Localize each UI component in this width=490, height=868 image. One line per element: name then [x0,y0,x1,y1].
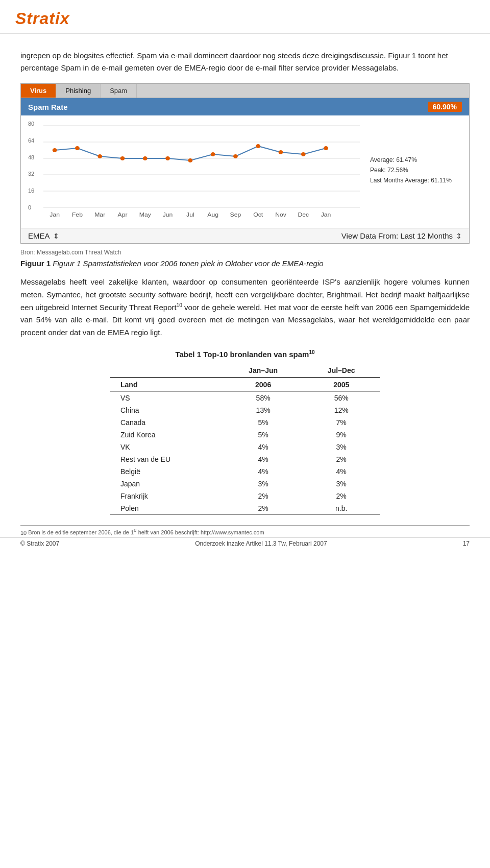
col-land-header [110,364,224,378]
cell-land: Rest van de EU [110,453,224,465]
date-range-dropdown-icon[interactable]: ⇕ [456,232,462,240]
figuur-label: Figuur 1 [20,259,53,268]
legend-average: Average: 61.47% [370,156,462,163]
figuur-caption: Figuur 1 Figuur 1 Spamstatistieken voor … [20,259,470,268]
svg-point-10 [143,156,148,160]
svg-point-13 [211,152,215,156]
chart-header: Spam Rate 60.90% [21,98,469,115]
footer-page: 17 [463,540,470,547]
footnote-number: 10 [20,529,27,535]
footer-copyright: © Stratix 2007 [20,540,59,547]
table-row: VS 58% 56% [110,391,380,404]
chart-footer-left: EMEA ⇕ [28,231,59,240]
cell-col2: 5% [224,429,303,441]
page-header: Stratix [0,0,490,34]
cell-land: Canada [110,416,224,429]
legend-peak: Peak: 72.56% [370,167,462,174]
chart-body: 80 64 48 32 16 0 [21,115,469,228]
svg-point-8 [97,154,102,158]
tab-phishing[interactable]: Phishing [56,84,101,98]
table-body: VS 58% 56% China 13% 12% Canada 5% 7% Zu… [110,391,380,514]
cell-col3: 9% [303,429,380,441]
cell-col2: 5% [224,416,303,429]
svg-text:Oct: Oct [253,212,263,218]
svg-text:Jan: Jan [50,212,60,218]
svg-text:Mar: Mar [94,212,105,218]
y-label-0: 0 [28,204,34,210]
cell-col3: 12% [303,404,380,416]
svg-text:Jan: Jan [321,212,331,218]
svg-text:Apr: Apr [118,212,128,218]
svg-point-11 [165,156,170,160]
col-2006-subheader: 2006 [224,378,303,392]
cell-land: België [110,465,224,478]
cell-col2: 4% [224,441,303,453]
col-janjun-header: Jan–Jun [224,364,303,378]
svg-text:Sep: Sep [230,212,241,218]
col-land-subheader: Land [110,378,224,392]
svg-point-18 [324,146,328,150]
chart-svg: Jan Feb Mar Apr May Jun Jul Aug Sep Oct … [43,121,360,223]
y-label-80: 80 [28,121,34,127]
intro-paragraph: ingrepen op de blogsites effectief. Spam… [20,50,470,74]
cell-land: Zuid Korea [110,429,224,441]
cell-col2: 4% [224,465,303,478]
cell-col3: 2% [303,490,380,502]
footnote-text: Bron is de editie september 2006, die de… [28,529,264,535]
chart-tabs: Virus Phishing Spam [21,84,469,98]
y-label-64: 64 [28,137,34,144]
y-axis-labels: 80 64 48 32 16 0 [28,121,34,223]
svg-point-16 [279,150,283,154]
cell-land: Frankrijk [110,490,224,502]
cell-col2: 13% [224,404,303,416]
body-paragraph-1: Messagelabs heeft veel zakelijke klanten… [20,276,470,339]
col-juldec-header: Jul–Dec [303,364,380,378]
footer-center: Onderzoek inzake Artikel 11.3 Tw, Februa… [195,540,327,547]
svg-text:Jun: Jun [163,212,173,218]
chart-title: Spam Rate [28,103,68,111]
cell-col2: 58% [224,391,303,404]
y-label-48: 48 [28,154,34,160]
cell-col3: n.b. [303,502,380,515]
svg-text:Dec: Dec [298,212,309,218]
cell-col3: 3% [303,478,380,490]
cell-col3: 7% [303,416,380,429]
cell-col2: 3% [224,478,303,490]
region-label: EMEA [28,231,50,240]
chart-legend: Average: 61.47% Peak: 72.56% Last Months… [360,121,462,223]
y-label-32: 32 [28,171,34,177]
data-table: Jan–Jun Jul–Dec Land 2006 2005 VS 58% 56… [110,364,380,515]
svg-point-17 [301,152,306,156]
svg-text:Jul: Jul [186,212,194,218]
svg-point-9 [120,156,125,160]
cell-land: Polen [110,502,224,515]
svg-point-6 [53,148,57,152]
table-row: Japan 3% 3% [110,478,380,490]
footer-bar: © Stratix 2007 Onderzoek inzake Artikel … [0,537,490,551]
logo: Stratix [15,9,475,28]
cell-col2: 2% [224,490,303,502]
chart-value: 60.90% [428,102,462,112]
table-row: Canada 5% 7% [110,416,380,429]
table-row: China 13% 12% [110,404,380,416]
cell-col2: 2% [224,502,303,515]
svg-point-15 [256,144,260,148]
y-label-16: 16 [28,187,34,194]
figuur-description: Figuur 1 Spamstatistieken voor 2006 tone… [53,259,323,268]
chart-footer: EMEA ⇕ View Data From: Last 12 Months ⇕ [21,228,469,243]
svg-text:Feb: Feb [72,212,83,218]
table-row: VK 4% 3% [110,441,380,453]
date-range-label: View Data From: Last 12 Months [341,231,453,240]
cell-col3: 56% [303,391,380,404]
cell-col2: 4% [224,453,303,465]
legend-last-month: Last Months Average: 61.11% [370,177,462,184]
tab-virus[interactable]: Virus [21,84,56,98]
footnote: 10 Bron is de editie september 2006, die… [20,525,470,536]
svg-text:Nov: Nov [275,212,286,218]
tab-spam[interactable]: Spam [101,84,137,98]
svg-text:May: May [139,212,151,218]
table-row: Rest van de EU 4% 2% [110,453,380,465]
cell-land: Japan [110,478,224,490]
svg-point-14 [233,154,238,158]
region-dropdown-icon[interactable]: ⇕ [53,232,59,240]
